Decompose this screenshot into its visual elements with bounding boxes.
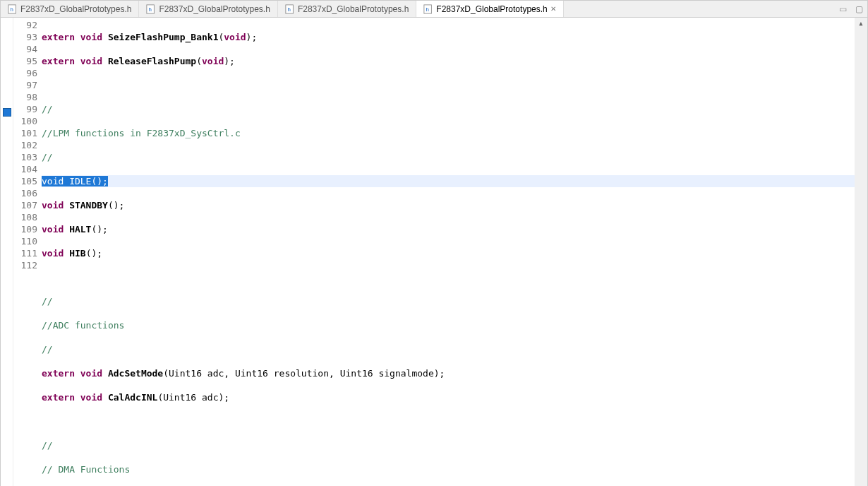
editor-body[interactable]: 92 93 94 95 96 97 98 99 100 101 102 103 … xyxy=(1,18,867,486)
line-marker-icon[interactable] xyxy=(3,108,11,117)
editor-tab-label: F2837xD_GlobalPrototypes.h xyxy=(436,4,547,14)
h-file-icon: h xyxy=(8,4,18,14)
maximize-icon[interactable]: ▢ xyxy=(851,4,867,14)
svg-text:h: h xyxy=(149,6,152,12)
editor-tab-0[interactable]: hF2837xD_GlobalPrototypes.h xyxy=(1,1,139,17)
svg-text:h: h xyxy=(287,6,290,12)
close-tab-icon[interactable]: ✕ xyxy=(550,5,556,13)
editor-tab-label: F2837xD_GlobalPrototypes.h xyxy=(20,4,131,14)
code-content[interactable]: extern void SeizeFlashPump_Bank1(void); … xyxy=(42,18,855,486)
editor-area: hF2837xD_GlobalPrototypes.h hF2837xD_Glo… xyxy=(1,1,867,486)
minimize-icon[interactable]: ▭ xyxy=(835,4,851,14)
marker-ruler[interactable] xyxy=(1,18,13,486)
editor-vertical-scrollbar[interactable]: ▴ xyxy=(855,18,867,486)
editor-tab-3[interactable]: hF2837xD_GlobalPrototypes.h ✕ xyxy=(416,1,563,17)
scroll-up-icon[interactable]: ▴ xyxy=(858,18,864,29)
editor-tab-1[interactable]: hF2837xD_GlobalPrototypes.h xyxy=(139,1,277,17)
h-file-icon: h xyxy=(423,4,433,14)
workbench: hF2837xD_GlobalPrototypes.h hF2837xD_Glo… xyxy=(0,0,868,486)
h-file-icon: h xyxy=(146,4,156,14)
editor-tab-bar: hF2837xD_GlobalPrototypes.h hF2837xD_Glo… xyxy=(1,1,867,18)
h-file-icon: h xyxy=(285,4,295,14)
svg-text:h: h xyxy=(11,6,13,12)
editor-tab-label: F2837xD_GlobalPrototypes.h xyxy=(159,4,270,14)
line-number-gutter: 92 93 94 95 96 97 98 99 100 101 102 103 … xyxy=(13,18,42,486)
editor-tab-2[interactable]: hF2837xD_GlobalPrototypes.h xyxy=(278,1,416,17)
editor-tab-label: F2837xD_GlobalPrototypes.h xyxy=(298,4,409,14)
svg-text:h: h xyxy=(426,6,429,12)
